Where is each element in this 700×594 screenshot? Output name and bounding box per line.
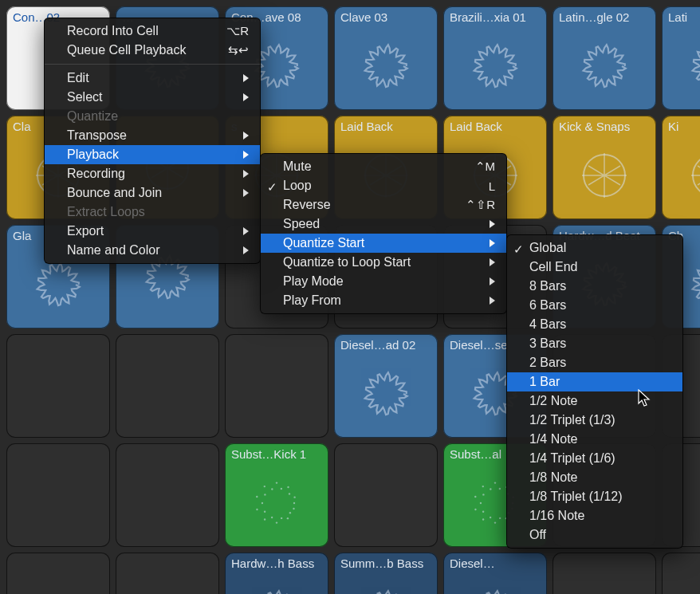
svg-point-35 [482,510,484,512]
menu-item-label: Queue Cell Playback [67,43,204,57]
grid-cell[interactable]: Kick & Snaps [553,116,656,219]
menu-item-label: Quantize [67,109,249,124]
svg-point-14 [264,518,265,520]
chevron-right-icon [490,277,495,285]
menu-item-label: Extract Loops [67,205,249,219]
svg-point-42 [494,482,496,483]
grid-cell[interactable]: Summ…b Bass [334,553,438,594]
menu-item[interactable]: Bounce and Join [45,183,260,203]
chevron-right-icon [243,74,249,82]
waveform-icon [340,25,431,107]
svg-point-40 [482,485,484,486]
menu-item[interactable]: 1/4 Triplet (1/6) [507,449,682,468]
grid-cell-empty [116,553,219,594]
waveform-icon [340,571,431,594]
menu-item[interactable]: Play From [261,291,506,310]
menu-item[interactable]: 1/2 Note [507,391,682,411]
menu-item[interactable]: Recording [45,164,260,183]
menu-item-label: Quantize Start [283,236,474,250]
menu-item-label: 2 Bars [529,356,671,370]
waveform-icon [559,134,650,216]
menu-item[interactable]: Quantize to Loop Start [261,253,506,272]
menu-item[interactable]: Edit [45,69,260,88]
menu-item[interactable]: Name and Color [45,241,260,260]
menu-item[interactable]: Quantize Start [261,234,506,253]
menu-item[interactable]: Transpose [45,126,260,145]
chevron-right-icon [243,227,249,235]
chevron-right-icon [243,151,249,159]
cell-label: Kick & Snaps [559,120,650,134]
menu-shortcut: L [489,179,495,193]
svg-point-33 [490,516,491,517]
menu-item[interactable]: 4 Bars [507,315,682,334]
grid-cell-empty [6,553,110,594]
menu-item[interactable]: Playback [45,145,260,164]
menu-item-label: Off [529,528,671,542]
grid-cell[interactable]: Lati [662,6,700,110]
menu-item[interactable]: 1/16 Note [507,506,682,525]
menu-item-label: Recording [67,167,227,181]
menu-item[interactable]: Reverse⌃⇧R [261,195,506,214]
menu-item[interactable]: Record Into Cell⌥R [45,22,260,41]
menu-item-label: Reverse [283,198,442,212]
grid-cell[interactable]: Hardw…h Bass [225,553,328,594]
menu-item[interactable]: 3 Bars [507,334,682,353]
chevron-right-icon [243,189,249,197]
menu-item[interactable]: Queue Cell Playback⇆↩ [45,41,260,60]
svg-point-37 [480,502,482,503]
menu-item[interactable]: Select [45,88,260,107]
cell-label: Hardw…h Bass [231,557,322,571]
grid-cell[interactable]: Brazili…xia 01 [443,6,547,110]
grid-cell-empty [116,334,219,438]
cell-label: Latin…gle 02 [559,10,650,25]
grid-cell[interactable]: Clave 03 [334,6,438,110]
menu-item-label: 1 Bar [529,375,671,389]
menu-item-label: Edit [67,71,227,85]
menu-item-label: Playback [67,148,227,162]
menu-item-label: Record Into Cell [67,24,203,38]
cell-label: Ki [668,120,700,134]
menu-shortcut: ⌥R [226,24,249,38]
cell-label: Laid Back [450,120,541,134]
waveform-icon [668,25,700,107]
grid-cell[interactable]: Ki [662,116,700,219]
menu-item[interactable]: Export [45,222,260,241]
menu-item[interactable]: 1/8 Note [507,468,682,487]
svg-point-12 [276,521,277,523]
waveform-icon [340,352,431,435]
menu-item[interactable]: 1 Bar [507,372,682,391]
cell-label: Summ…b Bass [340,557,431,571]
menu-item[interactable]: Mute⌃M [261,157,506,176]
menu-item[interactable]: Cell End [507,258,682,277]
menu-item[interactable]: 2 Bars [507,353,682,372]
svg-point-41 [490,488,491,490]
menu-item[interactable]: ✓LoopL [261,176,506,195]
menu-item[interactable]: 1/2 Triplet (1/3) [507,411,682,430]
grid-cell-empty [553,553,656,594]
grid-cell-empty [334,443,438,547]
menu-item-label: Export [67,224,227,238]
menu-item[interactable]: Play Mode [261,272,506,291]
menu-item-label: Play Mode [283,274,474,289]
menu-item[interactable]: 1/4 Note [507,430,682,449]
svg-point-18 [256,495,258,497]
grid-cell[interactable]: Diesel…ad 02 [334,334,438,438]
grid-cell[interactable]: Latin…gle 02 [553,6,656,110]
svg-point-24 [287,486,289,487]
menu-item[interactable]: Speed [261,214,506,234]
menu-item-label: Speed [283,217,474,231]
menu-item[interactable]: Off [507,525,682,545]
menu-item[interactable]: 1/8 Triplet (1/12) [507,487,682,506]
menu-item[interactable]: 8 Bars [507,277,682,296]
menu-separator [45,64,260,65]
grid-cell[interactable]: Diesel… [443,553,547,594]
cell-label: Lati [668,10,700,25]
grid-cell[interactable]: Subst…Kick 1 [225,443,328,547]
menu-item-label: 1/4 Triplet (1/6) [529,451,671,466]
cell-label: Laid Back [340,120,431,134]
svg-point-22 [276,482,277,483]
menu-item[interactable]: ✓Global [507,238,682,258]
menu-item[interactable]: 6 Bars [507,296,682,315]
menu-item-label: 1/8 Note [529,470,671,485]
menu-item-label: Transpose [67,128,227,143]
